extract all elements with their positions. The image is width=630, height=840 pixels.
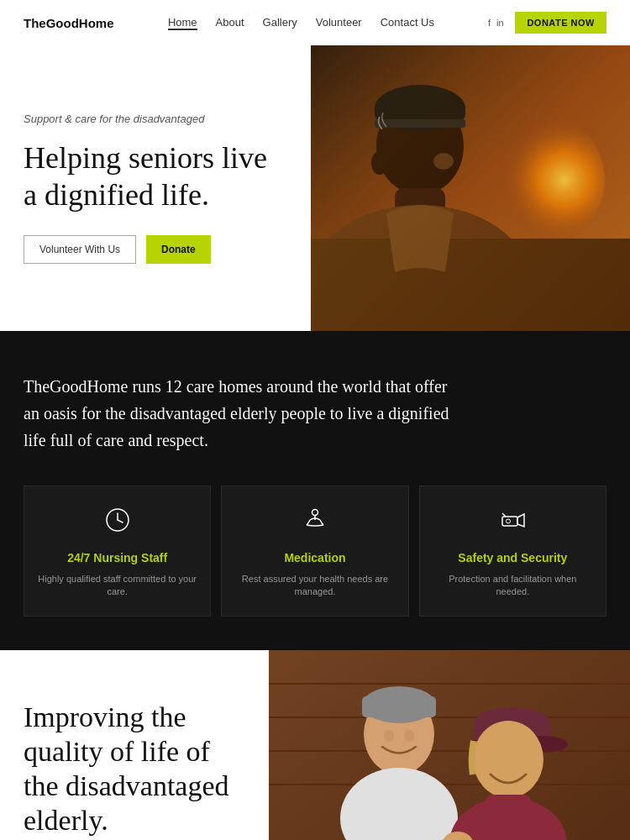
nav-contact[interactable]: Contact Us bbox=[381, 16, 434, 30]
svg-rect-10 bbox=[311, 239, 630, 331]
svg-marker-19 bbox=[517, 514, 524, 527]
nav-gallery[interactable]: Gallery bbox=[263, 16, 297, 30]
volunteer-button[interactable]: Volunteer With Us bbox=[24, 235, 136, 264]
hero-image bbox=[311, 45, 630, 331]
bottom-image bbox=[269, 650, 630, 840]
nav-actions: f in DONATE NOW bbox=[488, 12, 606, 34]
dark-section: TheGoodHome runs 12 care homes around th… bbox=[0, 331, 630, 650]
hero-content: Support & care for the disadvantaged Hel… bbox=[0, 45, 311, 331]
medication-title: Medication bbox=[284, 551, 345, 564]
camera-icon bbox=[499, 507, 526, 539]
nav-social-icons: f in bbox=[488, 16, 505, 30]
navbar: TheGoodHome Home About Gallery Volunteer… bbox=[0, 0, 630, 45]
hero-title: Helping seniors live a dignified life. bbox=[24, 140, 287, 213]
medication-desc: Rest assured your health needs are manag… bbox=[235, 573, 394, 599]
bottom-image-container bbox=[269, 650, 630, 840]
hero-image-container bbox=[311, 45, 630, 331]
nursing-title: 24/7 Nursing Staff bbox=[67, 551, 167, 564]
nav-home[interactable]: Home bbox=[168, 16, 197, 30]
svg-point-39 bbox=[473, 721, 543, 798]
svg-text:in: in bbox=[496, 18, 504, 28]
donate-hero-button[interactable]: Donate bbox=[146, 235, 211, 264]
donate-button[interactable]: DONATE NOW bbox=[515, 12, 606, 34]
bottom-title: Improving the quality of life of the dis… bbox=[24, 701, 245, 837]
security-desc: Protection and facilitation when needed. bbox=[433, 573, 592, 599]
svg-point-20 bbox=[507, 519, 511, 523]
hero-buttons: Volunteer With Us Donate bbox=[24, 235, 287, 264]
nav-logo[interactable]: TheGoodHome bbox=[24, 16, 114, 30]
svg-point-31 bbox=[384, 730, 394, 742]
security-title: Safety and Security bbox=[458, 551, 567, 564]
hero-tagline: Support & care for the disadvantaged bbox=[24, 113, 287, 125]
nav-about[interactable]: About bbox=[216, 16, 244, 30]
svg-point-12 bbox=[371, 151, 388, 175]
bottom-section: Improving the quality of life of the dis… bbox=[0, 650, 630, 840]
bottom-content: Improving the quality of life of the dis… bbox=[0, 650, 269, 840]
hero-section: Support & care for the disadvantaged Hel… bbox=[0, 45, 630, 331]
svg-rect-6 bbox=[375, 102, 465, 121]
feature-card-nursing: 24/7 Nursing Staff Highly qualified staf… bbox=[24, 486, 211, 617]
feature-card-security: Safety and Security Protection and facil… bbox=[419, 486, 606, 617]
meditation-icon bbox=[302, 507, 328, 539]
svg-point-16 bbox=[312, 510, 318, 516]
svg-text:f: f bbox=[488, 18, 491, 28]
feature-card-medication: Medication Rest assured your health need… bbox=[221, 486, 408, 617]
svg-rect-7 bbox=[375, 119, 465, 128]
clock-icon bbox=[104, 507, 131, 539]
nav-links: Home About Gallery Volunteer Contact Us bbox=[168, 16, 434, 30]
svg-point-32 bbox=[404, 730, 414, 742]
mission-text: TheGoodHome runs 12 care homes around th… bbox=[24, 373, 460, 454]
svg-line-15 bbox=[118, 520, 123, 522]
svg-rect-30 bbox=[362, 696, 436, 717]
nav-volunteer[interactable]: Volunteer bbox=[316, 16, 362, 30]
nursing-desc: Highly qualified staff committed to your… bbox=[38, 573, 197, 599]
svg-point-11 bbox=[433, 153, 454, 170]
feature-cards: 24/7 Nursing Staff Highly qualified staf… bbox=[24, 486, 606, 617]
